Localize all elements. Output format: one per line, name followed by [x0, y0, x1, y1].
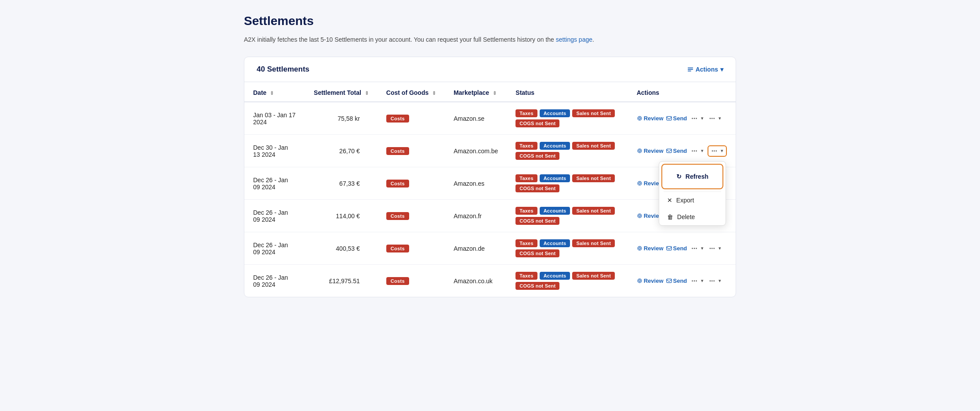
more-options-btn-1[interactable]: ··· — [690, 147, 699, 155]
settings-link[interactable]: settings page — [556, 36, 592, 43]
col-marketplace[interactable]: Marketplace ⇕ — [445, 82, 507, 102]
more-options-btn-2[interactable]: ··· — [708, 277, 717, 285]
send-icon — [666, 148, 672, 154]
send-icon — [666, 278, 672, 284]
status-cell: Taxes Accounts Sales not Sent COGS not S… — [507, 102, 628, 135]
dropdown-export[interactable]: ✕ Export — [659, 192, 726, 209]
send-link[interactable]: Send — [666, 148, 687, 154]
chevron-btn-2[interactable]: ▾ — [717, 115, 722, 122]
total-cell: 75,58 kr — [305, 102, 377, 135]
dots-group-1: ··· ▾ — [690, 244, 704, 253]
dots-group-1: ··· ▾ — [690, 114, 704, 123]
svg-point-6 — [638, 181, 642, 185]
svg-point-9 — [638, 214, 642, 218]
send-link[interactable]: Send — [666, 278, 687, 284]
review-icon — [637, 245, 642, 251]
row-actions: Review Send ··· ▾ ··· ▾ — [637, 244, 727, 253]
send-link[interactable]: Send — [666, 115, 687, 122]
status-cell: Taxes Accounts Sales not Sent COGS not S… — [507, 265, 628, 297]
dots-group-2: ··· ▾ — [708, 277, 722, 285]
table-row: Dec 26 - Jan 09 2024400,53 €CostsAmazon.… — [244, 232, 736, 265]
table-row: Jan 03 - Jan 17 202475,58 krCostsAmazon.… — [244, 102, 736, 135]
costs-badge: Costs — [386, 277, 409, 285]
more-options-btn-2[interactable]: ··· — [708, 244, 717, 253]
sort-icon-cog: ⇕ — [432, 90, 436, 96]
more-options-btn-2[interactable]: ··· — [708, 114, 717, 123]
review-link[interactable]: Review — [637, 115, 664, 122]
col-total[interactable]: Settlement Total ⇕ — [305, 82, 377, 102]
marketplace-cell: Amazon.de — [445, 232, 507, 265]
cogs-badge: COGS not Sent — [515, 249, 559, 257]
costs-badge: Costs — [386, 147, 409, 155]
page-title: Settlements — [244, 14, 736, 28]
row-actions: Review Send ··· ▾ ··· ▾ — [637, 114, 727, 123]
cogs-badge: COGS not Sent — [515, 282, 559, 290]
svg-point-3 — [638, 149, 642, 153]
status-badges: Taxes Accounts Sales not Sent COGS not S… — [515, 109, 619, 127]
status-cell: Taxes Accounts Sales not Sent COGS not S… — [507, 167, 628, 200]
chevron-btn-1[interactable]: ▾ — [700, 115, 705, 122]
status-badges: Taxes Accounts Sales not Sent COGS not S… — [515, 272, 619, 290]
send-icon — [666, 245, 672, 251]
refresh-icon: ↻ — [676, 173, 682, 180]
accounts-badge: Accounts — [540, 109, 570, 117]
chevron-btn-2[interactable]: ▾ — [717, 277, 722, 285]
chevron-btn-1[interactable]: ▾ — [700, 245, 705, 252]
dots-group-1: ··· ▾ — [690, 147, 704, 155]
review-icon — [637, 213, 642, 219]
svg-point-0 — [638, 116, 642, 120]
review-link[interactable]: Review — [637, 148, 664, 154]
actions-button[interactable]: Actions ▾ — [687, 66, 723, 73]
costs-badge: Costs — [386, 212, 409, 220]
status-badges: Taxes Accounts Sales not Sent COGS not S… — [515, 239, 619, 257]
actions-icon — [687, 66, 693, 72]
delete-icon: 🗑 — [667, 213, 673, 220]
status-cell: Taxes Accounts Sales not Sent COGS not S… — [507, 200, 628, 232]
svg-rect-14 — [666, 246, 671, 250]
accounts-badge: Accounts — [540, 174, 570, 182]
cogs-badge: COGS not Sent — [515, 119, 559, 127]
taxes-badge: Taxes — [515, 272, 537, 280]
col-cog[interactable]: Cost of Goods ⇕ — [377, 82, 445, 102]
cog-cell: Costs — [377, 265, 445, 297]
date-cell: Dec 26 - Jan 09 2024 — [244, 265, 305, 297]
status-cell: Taxes Accounts Sales not Sent COGS not S… — [507, 135, 628, 167]
actions-cell: Review Send ··· ▾ ··· ▾ — [628, 265, 736, 297]
dots-group-1: ··· ▾ — [690, 277, 704, 285]
actions-cell: Review Send ··· ▾ ··· ▾ — [628, 135, 736, 167]
dropdown-delete[interactable]: 🗑 Delete — [659, 209, 726, 225]
marketplace-cell: Amazon.es — [445, 167, 507, 200]
review-link[interactable]: Review — [637, 245, 664, 252]
taxes-badge: Taxes — [515, 207, 537, 215]
more-options-btn-2[interactable]: ··· — [710, 147, 719, 155]
accounts-badge: Accounts — [540, 272, 570, 280]
more-options-btn-1[interactable]: ··· — [690, 244, 699, 253]
accounts-badge: Accounts — [540, 207, 570, 215]
svg-rect-5 — [666, 149, 671, 152]
send-link[interactable]: Send — [666, 245, 687, 252]
chevron-btn-1[interactable]: ▾ — [700, 277, 705, 285]
table-row: Dec 30 - Jan 13 202426,70 €CostsAmazon.c… — [244, 135, 736, 167]
dropdown-refresh[interactable]: ↻ Refresh — [668, 168, 716, 185]
review-link[interactable]: Review — [637, 278, 664, 284]
total-cell: 400,53 € — [305, 232, 377, 265]
chevron-btn-2[interactable]: ▾ — [719, 147, 725, 155]
more-options-btn-1[interactable]: ··· — [690, 277, 699, 285]
row-actions: Review Send ··· ▾ ··· ▾ — [637, 277, 727, 285]
accounts-badge: Accounts — [540, 239, 570, 247]
sales-badge: Sales not Sent — [572, 109, 615, 117]
send-icon — [666, 115, 672, 121]
total-cell: 114,00 € — [305, 200, 377, 232]
marketplace-cell: Amazon.se — [445, 102, 507, 135]
chevron-btn-2[interactable]: ▾ — [717, 245, 722, 252]
marketplace-cell: Amazon.com.be — [445, 135, 507, 167]
date-cell: Jan 03 - Jan 17 2024 — [244, 102, 305, 135]
date-cell: Dec 26 - Jan 09 2024 — [244, 232, 305, 265]
cogs-badge: COGS not Sent — [515, 217, 559, 225]
chevron-btn-1[interactable]: ▾ — [700, 147, 705, 155]
total-cell: 26,70 € — [305, 135, 377, 167]
cog-cell: Costs — [377, 200, 445, 232]
svg-point-1 — [639, 117, 640, 119]
col-date[interactable]: Date ⇕ — [244, 82, 305, 102]
more-options-btn-1[interactable]: ··· — [690, 114, 699, 123]
